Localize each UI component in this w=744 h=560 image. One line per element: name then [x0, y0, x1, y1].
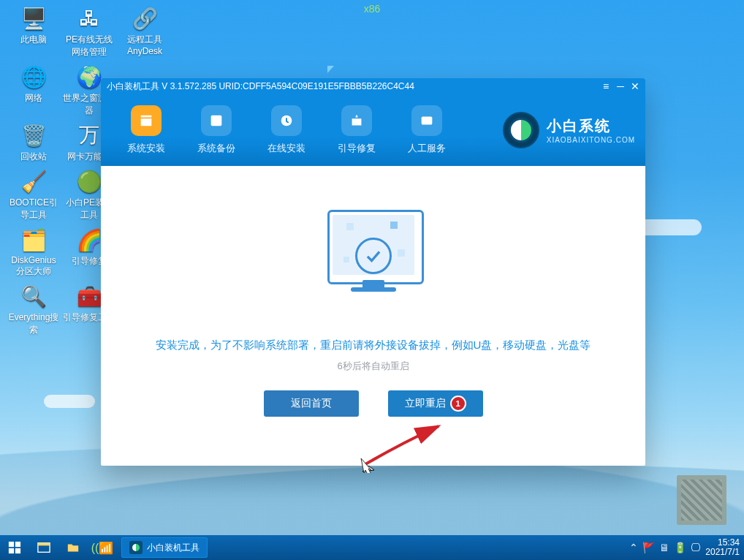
toolbar-icon — [201, 105, 232, 136]
desktop-icon-glyph: 🔍 — [18, 282, 50, 310]
svg-rect-6 — [9, 542, 14, 547]
toolbar: 系统安装 系统备份 在线安装 引导修复 人工服务 小白系统 XIAOBAIXIT… — [101, 94, 645, 166]
toolbar-label: 系统安装 — [127, 142, 165, 155]
desktop: x86 🖥️ 此电脑🖧 PE有线无线网络管理🔗 远程工具AnyDesk🌐 网络🌍… — [0, 0, 744, 560]
tray-monitor-icon[interactable]: 🖵 — [691, 542, 701, 553]
desktop-icon[interactable]: 🌐 网络 — [7, 63, 60, 117]
brand-title: 小白系统 — [547, 116, 635, 136]
desktop-icon[interactable]: 🔗 远程工具AnyDesk — [118, 4, 171, 58]
brand-subtitle: XIAOBAIXITONG.COM — [547, 136, 635, 144]
desktop-icon[interactable]: 🖧 PE有线无线网络管理 — [63, 4, 115, 58]
app-window: 小白装机工具 V 3.1.572.285 URID:CDFF5A594C09E1… — [101, 78, 645, 466]
minimize-button[interactable]: ─ — [616, 82, 625, 91]
install-complete-message: 安装完成，为了不影响系统部署，重启前请将外接设备拔掉，例如U盘，移动硬盘，光盘等 — [156, 338, 591, 352]
desktop-icon[interactable]: 🔍 Everything搜索 — [7, 282, 60, 336]
close-button[interactable]: ✕ — [631, 82, 639, 91]
desktop-icon-label: PE有线无线网络管理 — [63, 34, 115, 58]
svg-rect-0 — [211, 116, 222, 126]
return-home-button[interactable]: 返回首页 — [264, 390, 359, 417]
clock-date: 2021/7/1 — [705, 548, 740, 557]
brand-logo-icon — [503, 112, 539, 148]
chevron-down-icon — [321, 66, 334, 73]
tray-flag-icon[interactable]: 🚩 — [642, 542, 655, 553]
tray-volume-icon[interactable]: 🔋 — [674, 542, 686, 553]
success-illustration — [319, 205, 428, 309]
toolbar-label: 引导修复 — [338, 142, 376, 155]
step-marker: 1 — [450, 396, 466, 412]
desktop-icon-glyph: 🧹 — [18, 167, 50, 195]
task-xiaobai[interactable]: 小白装机工具 — [121, 537, 208, 558]
taskview-button[interactable] — [29, 535, 58, 560]
toolbar-label: 在线安装 — [267, 142, 305, 155]
desktop-icon[interactable]: 🖥️ 此电脑 — [7, 4, 60, 58]
desktop-icon-glyph: 🗂️ — [18, 226, 50, 254]
desktop-icon[interactable]: 🗑️ 回收站 — [7, 121, 60, 163]
window-body: 安装完成，为了不影响系统部署，重启前请将外接设备拔掉，例如U盘，移动硬盘，光盘等… — [101, 166, 645, 466]
toolbar-icon — [271, 105, 302, 136]
titlebar[interactable]: 小白装机工具 V 3.1.572.285 URID:CDFF5A594C09E1… — [101, 78, 645, 94]
toolbar-icon — [341, 105, 372, 136]
brand: 小白系统 XIAOBAIXITONG.COM — [503, 112, 635, 148]
desktop-icon-glyph: 🔗 — [129, 4, 161, 32]
desktop-icon-glyph: 🌐 — [18, 63, 50, 91]
task-label: 小白装机工具 — [147, 542, 200, 554]
toolbar-support[interactable]: 人工服务 — [392, 105, 462, 155]
menu-button[interactable]: ≡ — [601, 82, 610, 91]
tray-network-icon[interactable]: 🖥 — [659, 542, 669, 553]
desktop-icon-label: 回收站 — [20, 151, 47, 163]
svg-point-3 — [424, 120, 425, 121]
toolbar-install[interactable]: 系统安装 — [111, 105, 181, 155]
desktop-icon-label: 此电脑 — [20, 34, 47, 46]
toolbar-icon — [411, 105, 442, 136]
clock[interactable]: 15:34 2021/7/1 — [705, 538, 740, 557]
desktop-icon-label: BOOTICE引导工具 — [7, 197, 60, 222]
file-explorer-pin[interactable] — [58, 535, 88, 560]
svg-rect-7 — [15, 542, 20, 547]
task-app-icon — [129, 541, 143, 554]
toolbar-backup[interactable]: 系统备份 — [181, 105, 251, 155]
toolbar-online[interactable]: 在线安装 — [251, 105, 322, 155]
check-icon — [355, 238, 392, 274]
restart-label: 立即重启 — [405, 397, 446, 410]
desktop-icon-label: DiskGenius分区大师 — [7, 255, 60, 278]
pixelated-thumbnail — [677, 475, 726, 525]
tray-chevron-icon[interactable]: ⌃ — [629, 542, 638, 553]
desktop-icon[interactable]: 🧹 BOOTICE引导工具 — [7, 167, 60, 222]
desktop-icon-glyph: 🖥️ — [18, 4, 50, 32]
svg-rect-9 — [15, 548, 20, 553]
desktop-icon[interactable]: 🗂️ DiskGenius分区大师 — [7, 226, 60, 278]
countdown-message: 6秒后将自动重启 — [337, 360, 409, 373]
arch-label: x86 — [364, 3, 381, 15]
toolbar-label: 系统备份 — [197, 142, 235, 155]
desktop-icon-glyph: 🗑️ — [18, 121, 50, 149]
svg-point-5 — [428, 120, 430, 121]
wifi-pin[interactable]: ((📶 — [88, 535, 117, 560]
toolbar-label: 人工服务 — [408, 142, 446, 155]
desktop-icon-label: 网络 — [25, 92, 42, 105]
start-button[interactable] — [0, 535, 29, 560]
svg-rect-11 — [38, 543, 50, 546]
window-title: 小白装机工具 V 3.1.572.285 URID:CDFF5A594C09E1… — [107, 80, 414, 93]
toolbar-bootfix[interactable]: 引导修复 — [322, 105, 392, 155]
svg-point-4 — [426, 120, 428, 121]
desktop-icon-label: Everything搜索 — [7, 311, 60, 336]
restart-now-button[interactable]: 立即重启 1 — [388, 390, 483, 417]
desktop-icon-glyph: 🖧 — [73, 4, 105, 32]
toolbar-icon — [131, 105, 162, 136]
desktop-icon-label: 远程工具AnyDesk — [118, 34, 171, 56]
taskbar: ((📶 小白装机工具 ⌃ 🚩 🖥 🔋 🖵 15:34 2021/7/1 — [0, 535, 744, 560]
svg-rect-8 — [9, 548, 14, 553]
